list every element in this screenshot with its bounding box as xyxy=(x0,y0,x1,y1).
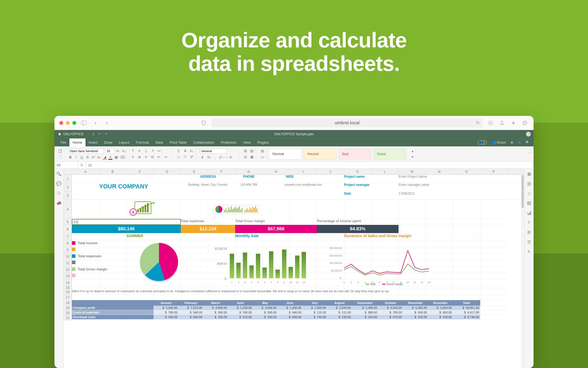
menu-home[interactable]: Home xyxy=(69,138,85,146)
project-name-value[interactable]: Enter Project Name xyxy=(399,175,480,179)
menu-insert[interactable]: Insert xyxy=(85,138,101,146)
data-table[interactable]: JanuaryFebruaryMarchAprilMayJuneJulyAugu… xyxy=(72,300,480,319)
row-head-4[interactable]: 4 xyxy=(64,200,72,219)
align-top-icon[interactable]: ⤒ xyxy=(130,149,135,153)
name-box[interactable]: A5 xyxy=(54,162,78,168)
col-head-D[interactable]: D xyxy=(154,169,181,174)
align-center-icon[interactable]: ≣ xyxy=(137,155,142,159)
rail-chart-icon[interactable]: 📊 xyxy=(526,210,532,215)
menu-protect[interactable]: Protection xyxy=(218,138,240,146)
tabs-icon[interactable] xyxy=(521,119,529,127)
col-head-O[interactable]: O xyxy=(453,169,480,174)
clear-format-icon[interactable]: ◇ xyxy=(176,155,181,159)
rail-comments-icon[interactable]: 💬 xyxy=(56,181,62,186)
cell-style-good[interactable]: Good xyxy=(373,149,406,159)
undo-icon[interactable]: ↶ xyxy=(98,132,101,136)
share-button[interactable]: 👥 Share xyxy=(491,140,506,144)
rail-search-icon[interactable]: 🔍 xyxy=(56,171,62,176)
menu-pivot[interactable]: Pivot Table xyxy=(166,138,190,146)
row-head-5[interactable]: 5 xyxy=(64,219,72,225)
collapse-ribbon-icon[interactable]: ˆ xyxy=(527,152,532,156)
row-head-12[interactable]: 12 xyxy=(64,266,72,273)
sort-icon[interactable]: A↓ xyxy=(189,149,194,153)
new-tab-icon[interactable]: + xyxy=(510,119,517,127)
row-head-7[interactable]: 7 xyxy=(64,234,72,240)
row-head-16[interactable]: 16 xyxy=(64,289,72,295)
col-head-J[interactable]: J xyxy=(317,169,344,174)
orient-icon[interactable]: ↗ xyxy=(150,149,155,153)
insert-cells-icon[interactable]: ⊞ xyxy=(243,149,248,153)
col-head-K[interactable]: K xyxy=(344,169,371,174)
row-head-20[interactable]: 20 xyxy=(64,310,72,315)
underline-icon[interactable]: U xyxy=(80,155,84,160)
dec-inc-icon[interactable]: .0→ xyxy=(219,155,224,160)
users-count-icon[interactable]: 👤2 xyxy=(478,140,487,144)
super-icon[interactable]: A² xyxy=(91,155,95,160)
print-icon[interactable]: ⎙ xyxy=(93,132,94,136)
save-icon[interactable]: ▫ xyxy=(88,132,89,136)
col-head-E[interactable]: E xyxy=(181,169,208,174)
menu-plugins[interactable]: Plugins xyxy=(254,138,272,146)
rail-image-icon[interactable]: 🖼 xyxy=(527,201,531,206)
cond-format-icon[interactable]: ▤ xyxy=(249,149,254,153)
decrease-font-icon[interactable]: A↓ xyxy=(122,149,126,153)
number-format[interactable] xyxy=(200,148,227,154)
cell-style-normal[interactable]: Normal xyxy=(269,149,302,159)
menu-layout[interactable]: Layout xyxy=(116,138,133,146)
cell-format-icon[interactable]: ▭ xyxy=(260,155,265,159)
window-controls[interactable] xyxy=(59,121,76,125)
fill-color-icon[interactable]: ◢ xyxy=(103,155,107,160)
fx-icon[interactable]: fx xyxy=(78,162,86,168)
styles-down-icon[interactable]: ▾ xyxy=(410,155,415,159)
rail-chat-icon[interactable]: 🗨 xyxy=(57,191,61,196)
align-right-icon[interactable]: ≡ xyxy=(143,155,148,159)
downloads-icon[interactable] xyxy=(487,119,494,127)
col-head-G[interactable]: G xyxy=(235,169,262,174)
bold-icon[interactable]: B xyxy=(68,155,72,160)
maximize-icon[interactable] xyxy=(72,121,76,125)
menu-file[interactable]: File xyxy=(57,138,69,146)
row-head-18[interactable]: 18 xyxy=(64,300,72,306)
row-head-9[interactable]: 9 xyxy=(64,247,72,253)
filter-icon[interactable]: ▽ xyxy=(183,155,188,159)
row-head-13[interactable]: 13 xyxy=(64,273,72,279)
nav-forward-icon[interactable]: › xyxy=(103,119,111,127)
sum-icon[interactable]: Σ xyxy=(176,149,181,153)
col-head-C[interactable]: C xyxy=(126,169,154,174)
currency-icon[interactable]: $ xyxy=(200,155,205,160)
rail-slicer-icon[interactable]: ☰ xyxy=(527,240,531,245)
row-head-2[interactable]: 2 xyxy=(64,183,72,192)
wrap-icon[interactable]: ↩ xyxy=(157,149,161,153)
rail-table-icon[interactable]: ▤ xyxy=(527,181,531,186)
indent-inc-icon[interactable]: ⇥ xyxy=(163,155,168,159)
sidebar-toggle-icon[interactable] xyxy=(80,119,88,127)
close-icon[interactable] xyxy=(59,121,63,125)
rail-shape-icon[interactable]: ◇ xyxy=(528,191,531,196)
project-manager-value[interactable]: Enter manager name xyxy=(399,183,480,187)
merge-icon[interactable]: ⊟ xyxy=(150,155,155,159)
copy-icon[interactable]: 📋 xyxy=(58,149,63,153)
col-head-A[interactable]: A xyxy=(72,169,99,174)
app-brand[interactable]: ONLYOFFICE xyxy=(58,132,84,136)
refresh-icon[interactable]: ↻ xyxy=(476,120,480,126)
menu-draw[interactable]: Draw xyxy=(101,138,115,146)
formula-input[interactable]: 11 xyxy=(86,163,94,167)
row-head-1[interactable]: 1 xyxy=(64,175,72,183)
cell-style-neutral[interactable]: Neutral xyxy=(304,149,336,159)
search-icon[interactable]: 🔍 xyxy=(525,140,530,144)
row-head-17[interactable]: 17 xyxy=(64,295,72,300)
align-mid-icon[interactable]: ≡ xyxy=(137,149,142,153)
col-head-N[interactable]: N xyxy=(426,169,453,174)
redo-icon[interactable]: ↷ xyxy=(105,132,108,136)
rail-signature-icon[interactable]: ✎ xyxy=(527,249,531,254)
font-color-icon[interactable]: A xyxy=(108,155,112,160)
border-icon[interactable]: ▦ xyxy=(114,155,118,160)
menu-data[interactable]: Data xyxy=(152,138,166,146)
growth-chart-image[interactable]: $ xyxy=(134,201,151,214)
percent-icon[interactable]: % xyxy=(206,155,211,160)
italic-icon[interactable]: I xyxy=(74,155,78,160)
spreadsheet-grid[interactable]: ABCDEFGHIJKLMNOP 12345678910111213141516… xyxy=(64,169,524,368)
rail-feedback-icon[interactable]: 📣 xyxy=(56,201,62,206)
col-head-H[interactable]: H xyxy=(262,169,290,174)
nav-back-icon[interactable]: ‹ xyxy=(91,119,99,127)
